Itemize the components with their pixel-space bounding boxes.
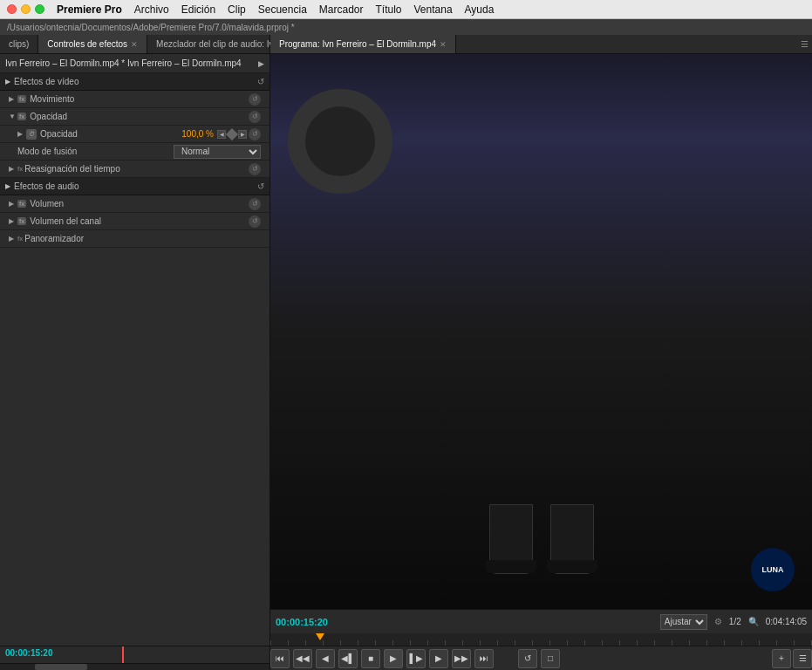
effect-name-canal: Volumen del canal: [30, 216, 247, 226]
reset-opacidad-val-icon[interactable]: ↺: [249, 128, 261, 140]
btn-fast-forward[interactable]: ▶▶: [452, 649, 471, 668]
btn-safe-margins[interactable]: □: [541, 649, 560, 668]
effects-spacer: [0, 248, 270, 646]
close-icon[interactable]: ✕: [131, 40, 138, 49]
preview-timecode[interactable]: 00:00:15:20: [276, 617, 328, 627]
boot-right: [550, 504, 594, 574]
btn-add-marker[interactable]: +: [772, 649, 791, 668]
preview-duration: 0:04:14:05: [766, 617, 807, 626]
menu-marcador[interactable]: Marcador: [319, 3, 364, 16]
reset-video-icon[interactable]: ↺: [257, 77, 264, 86]
blend-mode-row: Modo de fusión Normal Disolver Oscurecer…: [0, 143, 270, 161]
playhead-row[interactable]: [270, 633, 812, 646]
effect-panoramizador: ▶ fx Panoramizador: [0, 230, 270, 248]
reset-reasignacion-icon[interactable]: ↺: [249, 163, 261, 175]
toggle-arrow-icon[interactable]: ▶: [9, 165, 17, 173]
menu-ayuda[interactable]: Ayuda: [465, 3, 495, 16]
btn-loop[interactable]: ↺: [518, 649, 537, 668]
btn-settings2[interactable]: ☰: [793, 649, 812, 668]
btn-frame-forward[interactable]: ▶: [429, 649, 448, 668]
effect-name-volumen: Volumen: [30, 199, 247, 209]
effects-scrollbar[interactable]: [0, 663, 270, 670]
effects-scrollbar-thumb[interactable]: [35, 664, 87, 670]
transport-controls: ⏮ ◀◀ ◀ ◀▌ ■ ▶ ▌▶ ▶ ▶▶ ⏭ ↺ □ + ☰: [270, 646, 812, 670]
section-video-effects[interactable]: ▶ Efectos de vídeo ↺: [0, 73, 270, 91]
triangle-icon: ▶: [5, 78, 10, 85]
effect-name-panoramizador: Panoramizador: [24, 234, 261, 243]
preview-page-info: 1/2: [729, 617, 741, 626]
transport-right-group: + ☰: [772, 649, 812, 668]
btn-back[interactable]: ◀◀: [293, 649, 312, 668]
effect-name-opacidad: Opacidad: [30, 112, 247, 121]
effect-volumen-canal: ▶ fx Volumen del canal ↺: [0, 213, 270, 230]
right-panel: Programa: Ivn Ferreiro – El Dormiln.mp4 …: [270, 35, 812, 670]
tab-clips[interactable]: clips): [0, 35, 38, 53]
toggle-arrow-icon[interactable]: ▼: [9, 113, 17, 120]
toggle-arrow-icon[interactable]: ▶: [9, 95, 17, 103]
stopwatch-icon[interactable]: ⏱: [26, 129, 37, 140]
toggle-arrow-icon[interactable]: ▶: [9, 200, 17, 208]
effect-reasignacion: ▶ fx Reasignación del tiempo ↺: [0, 161, 270, 178]
btn-reverse[interactable]: ◀▌: [338, 649, 358, 668]
app-name: Premiere Pro: [57, 3, 122, 16]
btn-play[interactable]: ▶: [384, 649, 403, 668]
btn-end[interactable]: ⏭: [474, 649, 494, 668]
reset-movimiento-icon[interactable]: ↺: [249, 93, 261, 106]
minimize-button[interactable]: [21, 4, 31, 14]
close-button[interactable]: [7, 4, 17, 14]
effects-playhead: [122, 646, 124, 663]
toggle-arrow-icon[interactable]: ▶: [9, 235, 17, 243]
btn-forward[interactable]: ▌▶: [406, 649, 426, 668]
reset-volumen-icon[interactable]: ↺: [249, 198, 261, 210]
main-layout: clips) Controles de efectos ✕ Mezclador …: [0, 35, 812, 670]
menu-secuencia[interactable]: Secuencia: [258, 3, 307, 16]
clip-name-row: Ivn Ferreiro – El Dormiln.mp4 * Ivn Ferr…: [0, 54, 270, 73]
boots-area: [489, 504, 594, 574]
menu-titulo[interactable]: Título: [376, 3, 402, 16]
playhead-triangle: [316, 633, 324, 640]
preview-video: LUNA: [270, 54, 812, 609]
clip-nav-arrow[interactable]: ▶: [258, 59, 264, 68]
boot-left: [489, 504, 533, 574]
menu-ventana[interactable]: Ventana: [414, 3, 453, 16]
menu-bar: Premiere Pro Archivo Edición Clip Secuen…: [0, 0, 812, 19]
preview-zoom-icon[interactable]: 🔍: [748, 617, 759, 626]
maximize-button[interactable]: [35, 4, 44, 14]
preview-settings-icon[interactable]: ⚙: [714, 617, 722, 626]
effects-timecode: 00:00:15:20: [5, 648, 52, 658]
tab-programa-close[interactable]: ✕: [440, 40, 447, 49]
menu-edicion[interactable]: Edición: [181, 3, 215, 16]
playhead-ticks: [270, 640, 812, 646]
btn-frame-back[interactable]: ◀: [316, 649, 335, 668]
fx-badge-opacidad: fx: [17, 113, 26, 120]
triangle-audio-icon: ▶: [5, 182, 10, 190]
effect-value-opacidad[interactable]: 100,0 %: [181, 129, 214, 139]
keyframe-controls: ◀ ▶: [217, 130, 247, 139]
clip-name: Ivn Ferreiro – El Dormiln.mp4 * Ivn Ferr…: [5, 58, 242, 68]
preview-right-info: Ajustar ⚙ 1/2 🔍 0:04:14:05: [660, 614, 807, 630]
reset-audio-icon[interactable]: ↺: [257, 181, 264, 191]
btn-step-back[interactable]: ⏮: [270, 649, 290, 668]
kf-next-btn[interactable]: ▶: [238, 130, 247, 139]
effect-movimiento: ▶ fx Movimiento ↺: [0, 91, 270, 108]
menu-clip[interactable]: Clip: [228, 3, 246, 16]
tab-programa[interactable]: Programa: Ivn Ferreiro – El Dormiln.mp4 …: [270, 35, 456, 53]
btn-stop[interactable]: ■: [361, 649, 380, 668]
toggle-arrow-icon[interactable]: ▶: [17, 130, 26, 138]
reset-canal-icon[interactable]: ↺: [249, 215, 261, 228]
effects-timeline-bar[interactable]: 00:00:15:20: [0, 646, 270, 663]
toggle-arrow-icon[interactable]: ▶: [9, 217, 17, 225]
preview-fit-select[interactable]: Ajustar: [660, 614, 707, 630]
panel-menu-icon[interactable]: ☰: [801, 39, 809, 49]
effects-tabs-row: clips) Controles de efectos ✕ Mezclador …: [0, 35, 270, 54]
video-wheel-left: [288, 89, 392, 194]
reset-opacidad-icon[interactable]: ↺: [249, 111, 261, 123]
blend-mode-label: Modo de fusión: [17, 147, 174, 156]
effect-name-movimiento: Movimiento: [30, 94, 247, 104]
menu-archivo[interactable]: Archivo: [134, 3, 169, 16]
section-audio-effects[interactable]: ▶ Efectos de audio ↺: [0, 178, 270, 195]
tab-controles-efectos[interactable]: Controles de efectos ✕: [38, 35, 147, 53]
kf-add-btn[interactable]: [226, 127, 238, 140]
blend-mode-select[interactable]: Normal Disolver Oscurecer Multiplicar: [174, 145, 261, 159]
effect-volumen: ▶ fx Volumen ↺: [0, 195, 270, 213]
